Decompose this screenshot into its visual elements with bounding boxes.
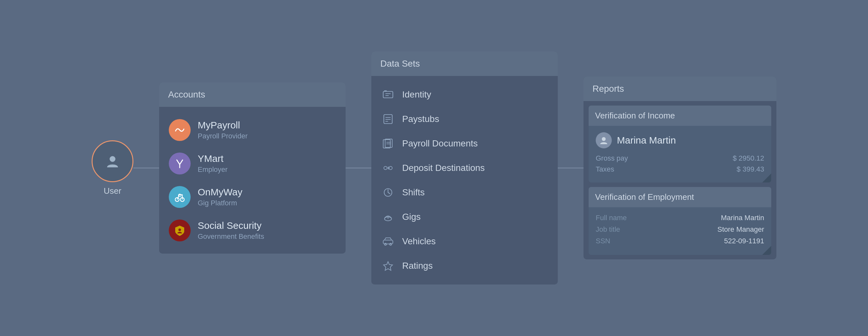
reports-header: Reports	[584, 77, 776, 101]
dataset-item-gigs[interactable]: Gigs	[371, 205, 558, 229]
account-text-mypayroll: MyPayroll Payroll Provider	[198, 120, 248, 140]
documents-icon	[381, 137, 395, 150]
income-corner-fold	[762, 173, 771, 183]
connector-user-accounts	[133, 168, 159, 168]
datasets-body: Identity Paystubs Payroll Documents	[371, 76, 558, 284]
shield-icon	[174, 224, 186, 236]
employment-row-2: SSN 522-09-1191	[596, 237, 764, 245]
paystubs-icon	[381, 112, 395, 126]
accounts-body: MyPayroll Payroll Provider YMart Employe…	[159, 107, 346, 254]
datasets-header: Data Sets	[371, 52, 558, 76]
reports-panel: Reports Verification of Income Marina Ma…	[584, 77, 776, 259]
emp-label-fullname: Full name	[596, 214, 627, 222]
user-icon	[104, 153, 121, 169]
emp-value-fullname: Marina Martin	[721, 214, 764, 222]
svg-point-30	[602, 137, 606, 141]
income-card-body: Marina Martin Gross pay $ 2950.12 Taxes …	[589, 126, 771, 183]
connector-accounts-datasets	[346, 168, 371, 168]
employment-card-body: Full name Marina Martin Job title Store …	[589, 207, 771, 255]
gigs-icon	[381, 210, 395, 224]
account-text-social: Social Security Government Benefits	[198, 220, 264, 241]
svg-line-23	[388, 193, 390, 194]
ratings-icon	[381, 259, 395, 273]
account-text-onmyway: OnMyWay Gig Platform	[198, 187, 242, 207]
emp-value-ssn: 522-09-1191	[724, 237, 764, 245]
avatar-mypayroll	[169, 119, 191, 141]
dataset-label-ratings: Ratings	[402, 261, 433, 271]
dataset-item-vehicles[interactable]: Vehicles	[371, 229, 558, 254]
employment-card-header: Verification of Employment	[589, 187, 771, 207]
svg-point-18	[384, 166, 387, 170]
dataset-label-vehicles: Vehicles	[402, 236, 436, 247]
dataset-label-shifts: Shifts	[402, 187, 425, 198]
account-item-ymart[interactable]: YMart Employer	[159, 147, 346, 180]
income-user-row: Marina Martin	[596, 132, 764, 148]
avatar-onmyway	[169, 186, 191, 208]
income-row-1: Taxes $ 399.43	[596, 165, 764, 173]
dataset-item-identity[interactable]: Identity	[371, 82, 558, 107]
accounts-panel: Accounts MyPayroll Payroll Provider	[159, 82, 346, 254]
emp-label-ssn: SSN	[596, 237, 610, 245]
income-value-grosspay: $ 2950.12	[733, 154, 764, 163]
account-type-onmyway: Gig Platform	[198, 199, 242, 207]
deposit-icon	[381, 161, 395, 175]
dataset-item-paystubs[interactable]: Paystubs	[371, 107, 558, 131]
emp-value-jobtitle: Store Manager	[717, 225, 764, 234]
income-value-taxes: $ 399.43	[737, 165, 764, 173]
svg-point-0	[110, 156, 116, 162]
account-item-onmyway[interactable]: OnMyWay Gig Platform	[159, 180, 346, 214]
income-row-0: Gross pay $ 2950.12	[596, 154, 764, 163]
user-circle	[92, 140, 133, 182]
dataset-label-gigs: Gigs	[402, 212, 421, 222]
account-type-ymart: Employer	[198, 165, 227, 174]
account-type-social: Government Benefits	[198, 232, 264, 241]
dataset-label-paystubs: Paystubs	[402, 114, 439, 124]
avatar-ymart	[169, 152, 191, 174]
employment-row-1: Job title Store Manager	[596, 225, 764, 234]
ymart-icon	[174, 158, 186, 170]
employment-corner-fold	[762, 246, 771, 255]
datasets-panel: Data Sets Identity Paystubs	[371, 52, 558, 284]
employment-card: Verification of Employment Full name Mar…	[589, 187, 771, 255]
income-user-icon	[598, 135, 609, 145]
main-layout: User Accounts MyPayroll Payroll Provider	[32, 52, 836, 284]
onmyway-icon	[174, 191, 186, 203]
svg-point-5	[179, 228, 181, 231]
svg-rect-15	[385, 139, 392, 147]
avatar-social	[169, 220, 191, 242]
account-name-mypayroll: MyPayroll	[198, 120, 248, 131]
account-name-social: Social Security	[198, 220, 264, 231]
income-label-taxes: Taxes	[596, 165, 614, 173]
account-type-mypayroll: Payroll Provider	[198, 132, 248, 140]
dataset-item-deposit[interactable]: Deposit Destinations	[371, 156, 558, 180]
dataset-label-documents: Payroll Documents	[402, 138, 478, 149]
svg-rect-6	[383, 91, 393, 98]
account-item-mypayroll[interactable]: MyPayroll Payroll Provider	[159, 113, 346, 147]
dataset-label-identity: Identity	[402, 89, 431, 100]
identity-icon	[381, 87, 395, 102]
income-user-name: Marina Martin	[617, 135, 676, 146]
account-text-ymart: YMart Employer	[198, 153, 227, 174]
accounts-header: Accounts	[159, 82, 346, 107]
user-node: User	[92, 140, 133, 196]
user-label: User	[104, 186, 122, 196]
dataset-item-ratings[interactable]: Ratings	[371, 254, 558, 278]
income-card-header: Verification of Income	[589, 106, 771, 126]
dataset-label-deposit: Deposit Destinations	[402, 163, 485, 173]
dataset-item-shifts[interactable]: Shifts	[371, 180, 558, 205]
account-name-ymart: YMart	[198, 153, 227, 164]
mypayroll-icon	[174, 124, 186, 136]
income-card: Verification of Income Marina Martin Gro…	[589, 106, 771, 183]
account-item-social[interactable]: Social Security Government Benefits	[159, 214, 346, 247]
emp-label-jobtitle: Job title	[596, 225, 620, 234]
dataset-item-documents[interactable]: Payroll Documents	[371, 131, 558, 156]
connector-datasets-reports	[558, 168, 584, 168]
income-avatar	[596, 132, 612, 148]
shifts-icon	[381, 186, 395, 199]
income-label-grosspay: Gross pay	[596, 154, 628, 163]
vehicles-icon	[381, 234, 395, 249]
svg-marker-29	[383, 262, 393, 270]
svg-rect-9	[384, 90, 387, 92]
employment-row-0: Full name Marina Martin	[596, 214, 764, 222]
account-name-onmyway: OnMyWay	[198, 187, 242, 198]
